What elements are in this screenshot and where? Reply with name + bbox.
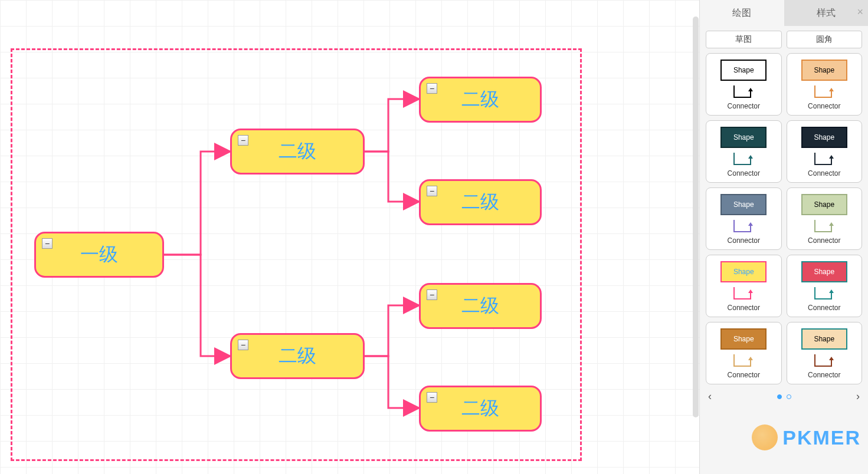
style-preset-8[interactable]: ShapeConnector — [787, 255, 863, 317]
collapse-icon[interactable]: − — [238, 340, 248, 350]
node-label: 二级 — [461, 396, 499, 422]
node-l3-1[interactable]: − 二级 — [419, 77, 542, 123]
rounded-button[interactable]: 圆角 — [787, 31, 863, 48]
close-icon[interactable]: × — [857, 6, 863, 18]
style-preset-5[interactable]: ShapeConnector — [706, 187, 782, 250]
tab-draw[interactable]: 绘图 — [700, 0, 784, 26]
preset-connector-label: Connector — [808, 371, 840, 379]
collapse-icon[interactable]: − — [42, 238, 53, 249]
preset-shape-swatch: Shape — [720, 60, 767, 81]
node-l3-2[interactable]: − 二级 — [419, 179, 542, 225]
style-preset-3[interactable]: ShapeConnector — [706, 120, 782, 183]
preset-connector-swatch — [811, 150, 837, 168]
node-label: 二级 — [461, 87, 499, 113]
preset-connector-label: Connector — [728, 236, 760, 245]
preset-pager: ‹ › — [700, 384, 868, 409]
node-label: 二级 — [461, 189, 499, 215]
preset-shape-swatch: Shape — [720, 194, 767, 215]
style-preset-6[interactable]: ShapeConnector — [787, 187, 863, 250]
node-root[interactable]: − 一级 — [34, 232, 164, 278]
style-preset-2[interactable]: ShapeConnector — [787, 53, 863, 116]
pager-dot-1[interactable] — [777, 394, 782, 399]
preset-shape-swatch: Shape — [720, 328, 767, 350]
preset-connector-label: Connector — [808, 304, 840, 312]
preset-shape-swatch: Shape — [801, 60, 847, 81]
collapse-icon[interactable]: − — [427, 392, 437, 403]
preset-connector-swatch — [731, 83, 756, 101]
collapse-icon[interactable]: − — [427, 83, 437, 94]
pager-next[interactable]: › — [856, 390, 860, 403]
preset-connector-swatch — [811, 83, 837, 101]
preset-shape-swatch: Shape — [720, 261, 767, 282]
style-preset-10[interactable]: ShapeConnector — [787, 322, 863, 384]
preset-connector-label: Connector — [808, 102, 840, 110]
sketch-button[interactable]: 草图 — [706, 31, 782, 48]
preset-connector-swatch — [811, 285, 837, 302]
style-preset-7[interactable]: ShapeConnector — [706, 255, 782, 317]
preset-shape-swatch: Shape — [801, 127, 847, 148]
style-preset-4[interactable]: ShapeConnector — [787, 120, 863, 183]
pager-dot-2[interactable] — [787, 394, 791, 399]
preset-connector-label: Connector — [728, 169, 760, 177]
tab-style[interactable]: 样式 — [784, 0, 869, 26]
style-preset-grid: ShapeConnectorShapeConnectorShapeConnect… — [700, 53, 868, 384]
node-l2-2[interactable]: − 二级 — [230, 333, 365, 379]
preset-connector-label: Connector — [808, 169, 840, 177]
preset-shape-swatch: Shape — [720, 127, 767, 148]
format-sidebar: 绘图 样式 × 草图 圆角 ShapeConnectorShapeConnect… — [699, 0, 868, 474]
vertical-scrollbar[interactable] — [693, 17, 699, 417]
sidebar-tabs: 绘图 样式 — [700, 0, 868, 26]
node-label: 二级 — [279, 343, 316, 369]
collapse-icon[interactable]: − — [427, 186, 437, 196]
preset-connector-swatch — [731, 352, 756, 370]
collapse-icon[interactable]: − — [238, 135, 248, 146]
style-preset-1[interactable]: ShapeConnector — [706, 53, 782, 116]
watermark: PKMER — [752, 424, 861, 450]
preset-shape-swatch: Shape — [801, 261, 847, 282]
preset-connector-label: Connector — [728, 371, 760, 379]
diagram-canvas[interactable]: − 一级 − 二级 − 二级 − 二级 − 二级 − 二级 − 二级 — [0, 0, 699, 474]
watermark-icon — [752, 424, 778, 450]
preset-connector-label: Connector — [808, 236, 840, 245]
preset-connector-label: Connector — [728, 304, 760, 312]
watermark-text: PKMER — [782, 426, 861, 449]
style-preset-9[interactable]: ShapeConnector — [706, 322, 782, 384]
preset-connector-swatch — [811, 352, 837, 370]
pager-prev[interactable]: ‹ — [708, 390, 712, 403]
node-l2-1[interactable]: − 二级 — [230, 129, 365, 175]
preset-connector-swatch — [731, 285, 756, 302]
node-l3-3[interactable]: − 二级 — [419, 283, 542, 329]
node-l3-4[interactable]: − 二级 — [419, 386, 542, 432]
pager-dots — [777, 394, 791, 399]
preset-shape-swatch: Shape — [801, 194, 847, 215]
collapse-icon[interactable]: − — [427, 289, 437, 300]
preset-connector-swatch — [731, 150, 756, 168]
node-label: 二级 — [461, 293, 499, 319]
preset-connector-swatch — [731, 218, 756, 235]
preset-connector-label: Connector — [728, 102, 760, 110]
preset-shape-swatch: Shape — [801, 328, 847, 350]
node-label: 二级 — [279, 139, 316, 164]
preset-connector-swatch — [811, 218, 837, 235]
node-label: 一级 — [80, 242, 118, 268]
